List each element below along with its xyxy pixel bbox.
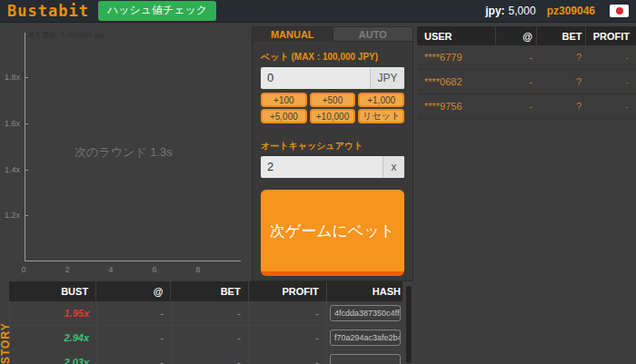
player-row: ****9756 - ? -: [417, 94, 636, 119]
bet-tabs: MANUAL AUTO: [253, 27, 412, 42]
bet-amount-input[interactable]: 0: [261, 67, 370, 89]
x-axis-line: [25, 261, 241, 261]
x-tick-label: 0: [21, 265, 25, 274]
currency-label: jpy:: [485, 5, 504, 17]
top-bar: Bustabit ハッシュ値チェック jpy: 5,000 pz309046: [0, 0, 636, 23]
max-profit-label: 最大賞金: 2,000,000 jpy: [27, 30, 104, 40]
game-chart: 最大賞金: 2,000,000 jpy 1.8x 1.6x 1.4x 1.2x …: [0, 23, 247, 281]
player-username[interactable]: ****0682: [417, 76, 496, 87]
player-username[interactable]: ****6779: [417, 52, 496, 63]
player-profit: -: [585, 52, 635, 63]
y-tick-label: 1.6x: [0, 119, 20, 128]
app-logo: Bustabit: [7, 2, 89, 20]
history-profit: -: [315, 308, 319, 319]
history-row: 1.95x - - - 4fcdda387350c4ff5: [9, 301, 402, 326]
bet-panel-body: ベット (MAX : 100,000 JPY) 0 JPY +100 +500 …: [253, 42, 412, 276]
y-tick-label: 1.4x: [0, 165, 20, 174]
add-100-button[interactable]: +100: [261, 93, 307, 107]
players-table-header: USER @ BET PROFIT: [417, 26, 636, 45]
next-round-countdown: 次のラウンド 1.3s: [0, 144, 247, 161]
y-tick-mark: [25, 170, 28, 171]
bust-value: 2.03x: [64, 357, 89, 364]
history-profit: -: [315, 332, 319, 343]
reset-button[interactable]: リセット: [358, 109, 404, 123]
add-10000-button[interactable]: +10,000: [310, 109, 356, 123]
bust-value: 2.94x: [64, 332, 89, 343]
history-at: -: [160, 308, 164, 319]
add-1000-button[interactable]: +1,000: [358, 93, 404, 107]
player-bet: ?: [536, 52, 585, 63]
x-tick-label: 4: [108, 265, 113, 274]
hash-value-box[interactable]: f70a294ac3afe2b4: [330, 330, 401, 346]
history-table-header: BUST @ BET PROFIT HASH: [9, 281, 402, 301]
col-profit: PROFIT: [586, 26, 636, 45]
col-bet: BET: [537, 26, 586, 45]
japan-flag-icon[interactable]: [610, 5, 629, 17]
flag-red-circle: [616, 7, 623, 15]
col-user: USER: [417, 26, 495, 45]
player-username[interactable]: ****9756: [417, 101, 496, 112]
history-scrollbar-thumb[interactable]: [406, 286, 412, 363]
player-at: -: [496, 52, 536, 63]
y-tick-mark: [25, 77, 28, 78]
hash-check-button[interactable]: ハッシュ値チェック: [98, 1, 216, 21]
autocashout-input[interactable]: 2: [261, 156, 383, 178]
bet-currency-suffix: JPY: [370, 67, 404, 89]
balance-value: 5,000: [509, 5, 536, 17]
history-bet: -: [237, 332, 241, 343]
x-tick-label: 8: [195, 265, 200, 274]
col-at: @: [96, 281, 170, 301]
history-bet: -: [237, 308, 241, 319]
col-hash: HASH: [327, 281, 402, 301]
autocashout-inputrow: 2 x: [261, 156, 404, 178]
history-row: 2.94x - - - f70a294ac3afe2b4: [9, 326, 402, 350]
col-bust: BUST: [9, 281, 95, 301]
bet-amount-label: ベット (MAX : 100,000 JPY): [261, 51, 404, 64]
x-tick-label: 6: [152, 265, 156, 274]
col-profit: PROFIT: [249, 281, 326, 301]
hash-value-box[interactable]: 4fcdda387350c4ff5: [330, 305, 401, 321]
bet-panel: MANUAL AUTO ベット (MAX : 100,000 JPY) 0 JP…: [252, 26, 413, 281]
player-row: ****0682 - ? -: [417, 70, 636, 94]
autocashout-label: オートキャッシュアウト: [261, 140, 404, 152]
col-bet: BET: [171, 281, 247, 301]
tab-auto[interactable]: AUTO: [333, 27, 413, 42]
add-5000-button[interactable]: +5,000: [261, 109, 307, 123]
x-tick-label: 2: [65, 265, 69, 274]
place-bet-button[interactable]: 次ゲームにベット: [261, 190, 404, 276]
topbar-right: jpy: 5,000 pz309046: [485, 5, 629, 17]
y-tick-mark: [25, 123, 28, 124]
player-at: -: [496, 76, 536, 87]
hash-value-box[interactable]: [330, 354, 401, 364]
y-tick-mark: [25, 215, 28, 216]
tab-manual[interactable]: MANUAL: [253, 27, 333, 42]
player-bet: ?: [536, 76, 585, 87]
players-panel: USER @ BET PROFIT ****6779 - ? - ****068…: [417, 26, 636, 364]
col-at: @: [496, 26, 536, 45]
player-at: -: [496, 101, 536, 112]
bust-value: 1.95x: [64, 308, 89, 319]
history-at: -: [160, 357, 164, 364]
history-row: 2.03x - - -: [9, 350, 402, 364]
player-profit: -: [585, 101, 635, 112]
autocashout-suffix: x: [383, 156, 404, 178]
history-panel: BUST @ BET PROFIT HASH 1.95x - - - 4fcdd…: [9, 281, 402, 364]
player-profit: -: [585, 76, 635, 87]
history-profit: -: [315, 357, 319, 364]
player-bet: ?: [536, 101, 585, 112]
username-link[interactable]: pz309046: [547, 5, 595, 17]
bet-amount-inputrow: 0 JPY: [261, 67, 404, 89]
history-bet: -: [237, 357, 241, 364]
history-at: -: [160, 332, 164, 343]
y-tick-label: 1.8x: [0, 73, 20, 82]
add-500-button[interactable]: +500: [310, 93, 356, 107]
player-row: ****6779 - ? -: [417, 45, 636, 70]
y-tick-label: 1.2x: [0, 211, 20, 220]
bet-increment-grid: +100 +500 +1,000 +5,000 +10,000 リセット: [261, 93, 404, 123]
